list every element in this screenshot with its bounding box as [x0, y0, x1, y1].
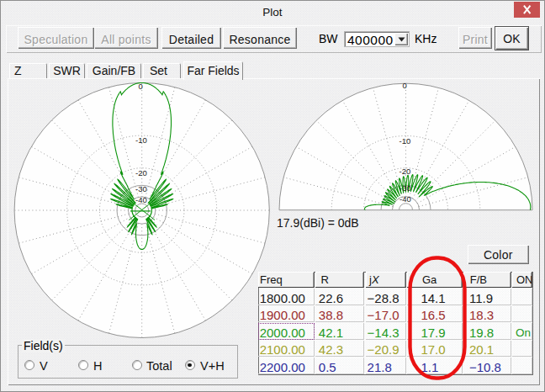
- svg-text:0: 0: [403, 81, 407, 90]
- svg-text:0: 0: [139, 82, 143, 91]
- svg-text:-30: -30: [399, 183, 411, 193]
- svg-text:-30: -30: [135, 184, 147, 193]
- svg-text:-40: -40: [135, 195, 147, 204]
- svg-text:-20: -20: [135, 168, 147, 177]
- svg-text:-40: -40: [399, 194, 411, 204]
- svg-text:-20: -20: [399, 167, 411, 176]
- svg-text:-10: -10: [399, 136, 411, 146]
- svg-text:-10: -10: [135, 135, 147, 145]
